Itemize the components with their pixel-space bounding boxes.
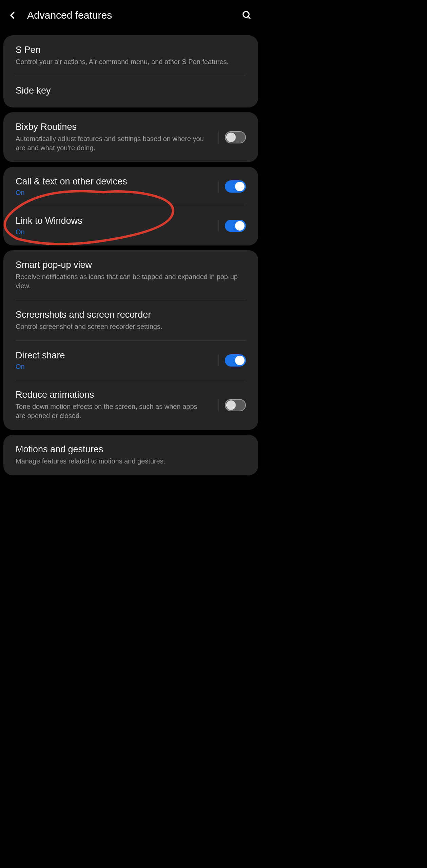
setting-text: Smart pop-up viewReceive notifications a…	[16, 260, 246, 291]
settings-group: S PenControl your air actions, Air comma…	[3, 35, 258, 107]
directshare-toggle[interactable]	[225, 354, 246, 367]
setting-item-motions[interactable]: Motions and gesturesManage features rela…	[3, 435, 258, 475]
settings-group: Call & text on other devicesOnLink to Wi…	[3, 167, 258, 245]
setting-text: Bixby RoutinesAutomatically adjust featu…	[16, 122, 215, 153]
setting-text: Screenshots and screen recorderControl s…	[16, 310, 246, 331]
setting-title: Link to Windows	[16, 216, 215, 226]
setting-text: Motions and gesturesManage features rela…	[16, 444, 246, 466]
svg-line-1	[248, 17, 250, 19]
setting-desc: Automatically adjust features and settin…	[16, 134, 215, 153]
toggle-knob	[235, 221, 245, 231]
page-title: Advanced features	[27, 9, 112, 21]
setting-status: On	[16, 363, 215, 371]
setting-title: S Pen	[16, 45, 246, 55]
toggle-knob	[235, 182, 245, 191]
setting-title: Side key	[16, 85, 246, 96]
setting-text: S PenControl your air actions, Air comma…	[16, 45, 246, 66]
toggle-wrap	[218, 131, 246, 143]
setting-title: Reduce animations	[16, 390, 215, 400]
setting-item-popup[interactable]: Smart pop-up viewReceive notifications a…	[3, 250, 258, 300]
setting-desc: Control screenshot and screen recorder s…	[16, 322, 246, 331]
setting-title: Direct share	[16, 350, 215, 361]
setting-desc: Tone down motion effects on the screen, …	[16, 402, 215, 420]
setting-item-reduceanim[interactable]: Reduce animationsTone down motion effect…	[3, 380, 258, 430]
toggle-knob	[226, 133, 236, 142]
setting-status: On	[16, 189, 215, 197]
setting-title: Smart pop-up view	[16, 260, 246, 270]
toggle-wrap	[218, 399, 246, 411]
toggle-wrap	[218, 220, 246, 232]
setting-desc: Control your air actions, Air command me…	[16, 57, 246, 66]
setting-text: Direct shareOn	[16, 350, 215, 371]
toggle-knob	[226, 400, 236, 410]
settings-group: Bixby RoutinesAutomatically adjust featu…	[3, 112, 258, 162]
setting-title: Bixby Routines	[16, 122, 215, 132]
setting-text: Reduce animationsTone down motion effect…	[16, 390, 215, 420]
toggle-wrap	[218, 354, 246, 367]
back-icon[interactable]	[8, 11, 18, 20]
setting-item-screenshot[interactable]: Screenshots and screen recorderControl s…	[3, 300, 258, 341]
setting-item-bixby[interactable]: Bixby RoutinesAutomatically adjust featu…	[3, 112, 258, 162]
setting-title: Motions and gestures	[16, 444, 246, 455]
setting-item-spen[interactable]: S PenControl your air actions, Air comma…	[3, 35, 258, 76]
setting-item-linkwin[interactable]: Link to WindowsOn	[3, 206, 258, 245]
toggle-knob	[235, 356, 245, 365]
setting-status: On	[16, 228, 215, 236]
setting-title: Call & text on other devices	[16, 176, 215, 187]
setting-item-directshare[interactable]: Direct shareOn	[3, 341, 258, 380]
reduceanim-toggle[interactable]	[225, 399, 246, 411]
setting-desc: Receive notifications as icons that can …	[16, 272, 246, 291]
setting-item-calltext[interactable]: Call & text on other devicesOn	[3, 167, 258, 206]
search-icon[interactable]	[242, 10, 252, 20]
setting-desc: Manage features related to motions and g…	[16, 457, 246, 466]
svg-point-0	[243, 12, 249, 18]
setting-title: Screenshots and screen recorder	[16, 310, 246, 320]
setting-text: Link to WindowsOn	[16, 216, 215, 236]
settings-group: Motions and gesturesManage features rela…	[3, 435, 258, 475]
setting-text: Side key	[16, 85, 246, 98]
header: Advanced features	[0, 0, 261, 31]
bixby-toggle[interactable]	[225, 131, 246, 143]
toggle-wrap	[218, 180, 246, 193]
setting-text: Call & text on other devicesOn	[16, 176, 215, 197]
linkwin-toggle[interactable]	[225, 220, 246, 232]
calltext-toggle[interactable]	[225, 180, 246, 193]
setting-item-sidekey[interactable]: Side key	[3, 76, 258, 107]
settings-group: Smart pop-up viewReceive notifications a…	[3, 250, 258, 430]
